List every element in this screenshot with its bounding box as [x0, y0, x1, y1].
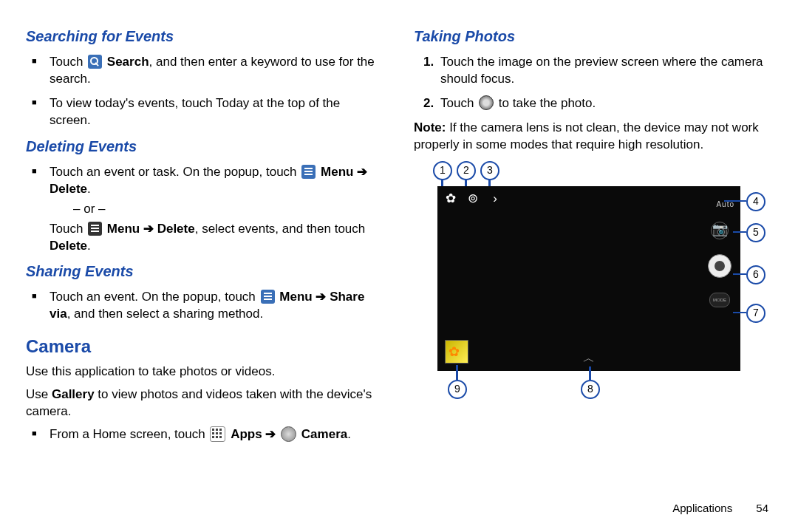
text: Touch an event or task. On the popup, to… — [50, 165, 300, 179]
camera-app-icon — [281, 426, 296, 442]
heading-deleting-events: Deleting Events — [26, 137, 384, 157]
delete-alt: Touch Menu ➔ Delete, select events, and … — [50, 221, 384, 255]
text: . — [87, 182, 91, 196]
apps-label: Apps ➔ — [231, 427, 279, 441]
heading-camera: Camera — [26, 335, 384, 358]
callout-2: 2 — [457, 161, 476, 180]
expand-chevron-icon: ︿ — [583, 350, 595, 366]
camera-preview: ✿ ⊚ › Auto 📷 MODE ︿ — [437, 186, 740, 371]
text: , and then select a sharing method. — [67, 307, 264, 321]
footer-page-number: 54 — [756, 502, 768, 514]
text: Use — [26, 387, 52, 401]
apps-grid-icon — [210, 426, 225, 442]
callout-line — [724, 200, 746, 202]
manual-page: Searching for Events Touch Search, and t… — [0, 0, 798, 465]
callout-line — [589, 366, 591, 380]
text: . — [347, 427, 351, 441]
callout-line — [733, 231, 746, 233]
page-footer: Applications 54 — [672, 501, 768, 516]
delete-label: Delete — [50, 182, 87, 196]
left-column: Searching for Events Touch Search, and t… — [26, 22, 384, 450]
menu-label: Menu — [321, 165, 353, 179]
heading-taking-photos: Taking Photos — [414, 27, 772, 47]
gallery-label: Gallery — [52, 387, 95, 401]
callout-8: 8 — [581, 380, 600, 399]
or-divider: – or – — [73, 201, 384, 218]
callout-4: 4 — [746, 192, 765, 211]
shutter-icon — [479, 95, 494, 110]
search-label: Search — [107, 55, 149, 69]
callout-9: 9 — [448, 380, 467, 399]
camera-p1: Use this application to take photos or v… — [26, 364, 384, 381]
settings-gear-icon: ✿ — [443, 192, 458, 207]
menu-delete-label: Menu ➔ Delete — [107, 222, 195, 236]
callout-line — [733, 273, 746, 276]
text: . — [87, 239, 91, 253]
bullet-camera-launch: From a Home screen, touch Apps ➔ Camera. — [50, 426, 384, 443]
note: Note: If the camera lens is not clean, t… — [414, 120, 772, 154]
note-text: If the camera lens is not clean, the dev… — [414, 120, 759, 151]
callout-3: 3 — [480, 161, 499, 180]
menu-arrow-label: Menu ➔ — [279, 290, 330, 304]
camera-diagram: 1 2 3 ✿ ⊚ › Auto 📷 MODE ︿ — [414, 161, 754, 405]
step-2: Touch to take the photo. — [437, 95, 772, 112]
callout-6: 6 — [746, 265, 765, 284]
footer-section: Applications — [672, 502, 732, 514]
bullet-search-2: To view today's events, touch Today at t… — [50, 95, 384, 129]
heading-searching-events: Searching for Events — [26, 27, 384, 47]
right-column: Taking Photos Touch the image on the pre… — [414, 22, 772, 450]
text: From a Home screen, touch — [50, 427, 208, 441]
more-chevron-icon: › — [488, 192, 502, 207]
search-icon — [88, 55, 102, 69]
text: Touch — [440, 96, 477, 110]
callout-1: 1 — [433, 161, 452, 180]
mode-button: MODE — [709, 293, 730, 307]
bullet-delete-1: Touch an event or task. On the popup, to… — [50, 164, 384, 255]
gallery-thumbnail — [445, 340, 468, 364]
shutter-inner-icon — [715, 261, 725, 271]
arrow: ➔ — [357, 165, 367, 179]
text: to take the photo. — [499, 96, 596, 110]
callout-line — [733, 312, 746, 314]
heading-sharing-events: Sharing Events — [26, 262, 384, 282]
text: Touch — [50, 222, 86, 236]
callout-5: 5 — [746, 223, 765, 242]
shutter-button — [708, 254, 732, 278]
menu-dark-icon — [88, 222, 102, 236]
text: Touch — [50, 55, 86, 69]
bullet-search-1: Touch Search, and then enter a keyword t… — [50, 54, 384, 88]
camera-p2: Use Gallery to view photos and videos ta… — [26, 386, 384, 420]
text: Touch an event. On the popup, touch — [50, 290, 259, 304]
text: , select events, and then touch — [195, 222, 366, 236]
step-1: Touch the image on the preview screen wh… — [437, 54, 772, 88]
menu-icon — [261, 290, 275, 304]
effects-icon: ⊚ — [466, 192, 480, 207]
note-label: Note: — [414, 120, 449, 134]
callout-line — [456, 365, 458, 380]
delete-label-2: Delete — [50, 239, 87, 253]
menu-icon — [301, 165, 316, 179]
camera-label: Camera — [301, 427, 347, 441]
callout-7: 7 — [746, 304, 765, 323]
switch-camera-icon: 📷 — [711, 222, 729, 239]
camera-right-controls: 📷 MODE — [708, 222, 732, 307]
camera-top-left-icons: ✿ ⊚ › — [443, 192, 502, 207]
bullet-share-1: Touch an event. On the popup, touch Menu… — [50, 289, 384, 323]
